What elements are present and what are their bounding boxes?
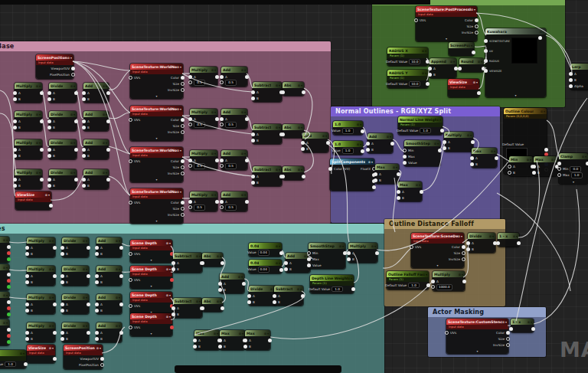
pin-B[interactable]: [95, 309, 99, 312]
pin-out[interactable]: [87, 303, 90, 306]
pin-out[interactable]: [215, 117, 219, 121]
node-scenetexture-worldnormal-2[interactable]: SceneTexture:WorldNormal⊙▾Input dataUVsC…: [130, 106, 183, 141]
collapse-caret-icon[interactable]: ▾: [485, 93, 546, 97]
pin-out[interactable]: [472, 51, 475, 54]
pin-out[interactable]: [7, 245, 11, 249]
node-abs-n2[interactable]: Abs⊙▾: [283, 124, 304, 138]
node-title-sliver-4[interactable]: ⊙▾: [0, 319, 9, 326]
pin-out[interactable]: [74, 91, 78, 95]
node-options-icon[interactable]: ⊙: [177, 149, 179, 152]
pin-A[interactable]: [60, 274, 64, 278]
value-box[interactable]: 0.5: [194, 122, 205, 127]
pin-A[interactable]: [193, 339, 197, 342]
node-title-add-d2[interactable]: Add⊙▾: [96, 266, 122, 272]
node-title-viewsize-depth[interactable]: ViewSize⊙▾: [27, 345, 55, 351]
chevron-down-icon[interactable]: ▾: [371, 160, 373, 164]
node-title-divide-b3[interactable]: Divide⊙▾: [49, 139, 77, 146]
node-abs-n1[interactable]: Abs⊙▾: [283, 82, 304, 96]
pin-A[interactable]: [47, 91, 51, 95]
pin-out[interactable]: [215, 75, 219, 79]
node-options-icon[interactable]: ⊙: [298, 168, 300, 172]
pin-UVs[interactable]: [129, 76, 132, 80]
chevron-down-icon[interactable]: ▾: [437, 142, 439, 146]
pin-Color[interactable]: [475, 18, 479, 22]
chevron-down-icon[interactable]: ▾: [52, 267, 54, 271]
pin-InvSize[interactable]: [181, 213, 185, 217]
chevron-down-icon[interactable]: ▾: [419, 183, 420, 187]
chevron-down-icon[interactable]: ▾: [439, 118, 441, 122]
pin-out[interactable]: [538, 36, 542, 40]
chevron-down-icon[interactable]: ▾: [217, 332, 218, 335]
pin-Max[interactable]: [403, 155, 407, 159]
pin-value-in[interactable]: [557, 167, 561, 171]
node-add-05-4[interactable]: Add⊙▾A0.5: [221, 191, 247, 211]
node-divide-d1[interactable]: Divide⊙▾AB: [62, 237, 89, 257]
node-options-icon[interactable]: ⊙: [83, 239, 85, 243]
pin-Size[interactable]: [181, 207, 185, 211]
node-options-icon[interactable]: ⊙: [70, 141, 73, 145]
pin-UV[interactable]: [484, 49, 488, 53]
pin-A[interactable]: [25, 331, 29, 335]
node-max-chain-3[interactable]: Max⊙▾AB: [245, 330, 270, 350]
pin-InvSize[interactable]: [181, 130, 185, 134]
pin-RADIUS[interactable]: [484, 59, 488, 63]
node-title-add-05-3[interactable]: Add⊙▾: [221, 150, 247, 156]
chevron-down-icon[interactable]: ▾: [86, 324, 87, 328]
pin-out[interactable]: [106, 119, 110, 123]
chevron-down-icon[interactable]: ▾: [530, 158, 531, 162]
pin-B[interactable]: [13, 184, 17, 188]
collapse-caret-icon[interactable]: ▾: [130, 284, 172, 289]
pin-B[interactable]: [347, 257, 351, 261]
pin-out[interactable]: [7, 285, 11, 289]
chevron-down-icon[interactable]: ▾: [214, 193, 216, 197]
node-title-scenedepth-4[interactable]: Scene Depth⊙▾: [130, 313, 172, 319]
chevron-down-icon[interactable]: ▾: [300, 287, 302, 291]
pin-B[interactable]: [95, 280, 99, 284]
pin-value-in[interactable]: [220, 123, 224, 126]
pin-out[interactable]: [372, 185, 376, 189]
node-options-icon[interactable]: ⊙: [241, 152, 243, 155]
pin-in[interactable]: [557, 162, 561, 165]
region-header-depth-outlines[interactable]: es: [0, 224, 384, 234]
node-append[interactable]: Append⊙▾AB: [430, 58, 456, 78]
region-header-base[interactable]: Base: [0, 41, 331, 51]
chevron-down-icon[interactable]: ▾: [39, 171, 41, 175]
value-box[interactable]: 0.5: [194, 204, 205, 210]
node-add-05-3[interactable]: Add⊙▾A0.5: [221, 150, 247, 170]
node-multiply-normal[interactable]: Multiply⊙▾AB: [444, 132, 473, 152]
chevron-down-icon[interactable]: ▾: [241, 275, 243, 279]
node-screenposition-depth[interactable]: ScreenPosition⊙▾Input dataViewportUVPixe…: [64, 345, 103, 369]
node-add-05-1[interactable]: Add⊙▾A0.5: [221, 67, 247, 87]
pin-out[interactable]: [7, 312, 11, 316]
node-subtract-d2[interactable]: Subtract⊙▾AB: [173, 298, 202, 318]
pin-A[interactable]: [188, 159, 192, 162]
pin-out[interactable]: [302, 90, 305, 94]
pin-A[interactable]: [60, 331, 64, 335]
pin-A[interactable]: [82, 91, 86, 95]
node-options-icon[interactable]: ⊙: [49, 296, 51, 299]
node-options-icon[interactable]: ⊙: [214, 332, 216, 335]
node-title-multiply-b3[interactable]: Multiply⊙▾: [15, 139, 42, 146]
pin-Color[interactable]: [181, 201, 185, 204]
node-smoothstep-depth[interactable]: SmoothStep⊙▾MinMaxValue: [309, 243, 345, 269]
node-options-icon[interactable]: ⊙: [36, 84, 38, 88]
pin-out[interactable]: [40, 148, 44, 152]
pin-UVs[interactable]: [129, 252, 132, 256]
chevron-down-icon[interactable]: ▾: [351, 276, 352, 280]
pin-B[interactable]: [60, 252, 64, 256]
node-clamp[interactable]: Clamp⊙▾Min0.0Max1.0▾: [559, 153, 588, 184]
pin-Size[interactable]: [181, 82, 185, 86]
node-add-combine[interactable]: Add⊙▾AB: [302, 133, 328, 152]
node-title-abs-n1[interactable]: Abs⊙▾: [283, 82, 304, 88]
node-options-icon[interactable]: ⊙: [276, 168, 278, 172]
node-title-scenetexture-worldnormal-1[interactable]: SceneTexture:WorldNormal⊙▾: [130, 64, 183, 70]
material-graph-canvas[interactable]: MA BaseesPaint ShaderNormal Outlines - R…: [0, 0, 588, 373]
node-constant-1b[interactable]: 1.0⊙▾Value1.0: [333, 141, 363, 155]
pin-B[interactable]: [25, 252, 29, 256]
node-title-multiply-b2[interactable]: Multiply⊙▾: [15, 111, 42, 117]
node-title-scenetexture-scenedepth[interactable]: SceneTexture:SceneDepth⊙▾: [411, 233, 464, 239]
pin-UVs[interactable]: [410, 245, 413, 249]
node-add-05-2[interactable]: Add⊙▾A0.5: [221, 109, 247, 129]
chevron-down-icon[interactable]: ▾: [106, 84, 107, 88]
region-header-outline-distance-falloff[interactable]: Outline Distance Falloff: [384, 219, 505, 229]
